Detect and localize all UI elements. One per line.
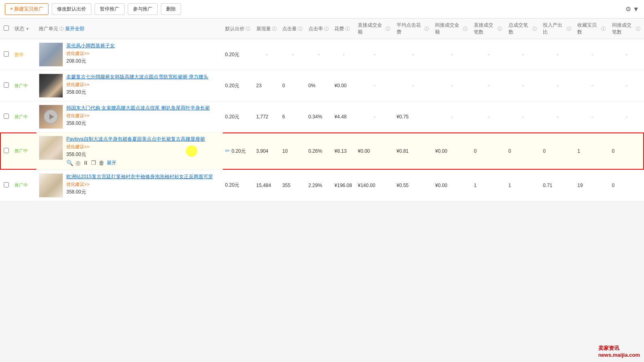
table-header-row: 状态 ▼ 推广单元 ⓘ 展开全部 默认出价 ⓘ — [0, 19, 644, 39]
row-indirect-count: 0 — [610, 133, 644, 170]
row-roi: 0.71 — [541, 170, 575, 201]
table-row: 推广中欧洲站2015复古宫廷灯笼袖衬衣中袖修身泡泡袖衬衫女正反两面可穿优化建议>… — [0, 170, 644, 201]
row-roi: - — [541, 39, 575, 70]
indirect-amount-info-icon[interactable]: ⓘ — [463, 26, 467, 32]
row-clicks: 0 — [280, 70, 306, 101]
row-status: 推广中 — [12, 101, 36, 133]
row-checkbox[interactable] — [4, 114, 9, 119]
optimize-link[interactable]: 优化建议>> — [66, 144, 220, 150]
new-promotion-button[interactable]: + 新建宝贝推广 — [5, 3, 49, 15]
row-clicks: 355 — [280, 170, 306, 201]
pause-promotion-button[interactable]: 暂停推广 — [95, 3, 125, 15]
row-indirect-amount: - — [433, 70, 471, 101]
spend-info-icon[interactable]: ⓘ — [345, 26, 350, 32]
product-info-container: 欧洲站2015复古宫廷灯笼袖衬衣中袖修身泡泡袖衬衫女正反两面可穿优化建议>>35… — [39, 173, 220, 198]
row-impressions: 15,484 — [254, 170, 280, 201]
row-indirect-amount: - — [433, 101, 471, 133]
product-info-container: 英伦风小脚西装裤子女优化建议>>208.00元 — [39, 42, 220, 67]
row-indirect-count: - — [610, 70, 644, 101]
search-icon[interactable]: 🔍 — [66, 160, 73, 166]
target-icon[interactable]: ◎ — [76, 160, 80, 166]
row-direct-amount: ¥0.00 — [355, 133, 394, 170]
row-total-count: - — [506, 39, 541, 70]
row-checkbox[interactable] — [4, 82, 9, 88]
product-price: 358.00元 — [66, 189, 220, 196]
product-image — [39, 42, 63, 67]
row-checkbox[interactable] — [4, 182, 9, 187]
product-title[interactable]: Pavlova自制大波点半身包裙春夏甜美点点中长裙复古高腰显瘦裙 — [66, 136, 205, 142]
direct-count-info-icon[interactable]: ⓘ — [498, 26, 502, 32]
row-avg-click-cost: - — [394, 39, 433, 70]
header-indirect-amount: 间接成交金额 ⓘ — [433, 19, 471, 39]
avg-cost-info-icon[interactable]: ⓘ — [424, 26, 429, 32]
header-ctr: 点击率 ⓘ — [306, 19, 332, 39]
header-impressions: 展现量 ⓘ — [254, 19, 280, 39]
play-button[interactable] — [44, 109, 58, 124]
delete-button[interactable]: 删除 — [161, 3, 181, 15]
status-sort-icon[interactable]: ▼ — [25, 27, 30, 31]
bid-info-icon[interactable]: ⓘ — [246, 26, 250, 32]
expand-row-button[interactable]: 展开 — [107, 160, 116, 166]
impressions-info-icon[interactable]: ⓘ — [272, 26, 277, 32]
join-promotion-button[interactable]: 参与推广 — [128, 3, 158, 15]
row-status: 推广中 — [12, 170, 36, 201]
roi-info-icon[interactable]: ⓘ — [567, 26, 571, 32]
main-table-wrapper: 状态 ▼ 推广单元 ⓘ 展开全部 默认出价 ⓘ — [0, 19, 644, 201]
promotions-table: 状态 ▼ 推广单元 ⓘ 展开全部 默认出价 ⓘ — [0, 19, 644, 201]
product-image — [39, 136, 63, 160]
product-text-info: 欧洲站2015复古宫廷灯笼袖衬衣中袖修身泡泡袖衬衫女正反两面可穿优化建议>>35… — [66, 173, 220, 196]
favorites-info-icon[interactable]: ⓘ — [601, 26, 606, 32]
expand-all-button[interactable]: 展开全部 — [65, 25, 84, 32]
row-total-count: 0 — [506, 133, 541, 170]
ctr-info-icon[interactable]: ⓘ — [324, 26, 329, 32]
row-direct-count: - — [471, 101, 506, 133]
row-spend: ¥8.13 — [332, 133, 355, 170]
product-price: 208.00元 — [66, 58, 220, 65]
table-row: 推广中名媛复古七分阔腿裤女韩版高腰大波点圆点雪纺宽松裙裤 弹力腰头优化建议>>3… — [0, 70, 644, 101]
row-checkbox[interactable] — [4, 51, 9, 57]
optimize-link[interactable]: 优化建议>> — [66, 181, 220, 187]
select-all-checkbox[interactable] — [4, 25, 9, 31]
row-favorites: - — [575, 101, 609, 133]
row-total-count: 1 — [506, 170, 541, 201]
header-direct-count: 直接成交笔数 ⓘ — [471, 19, 506, 39]
row-clicks: 10 — [280, 133, 306, 170]
table-body: 暂停英伦风小脚西装裤子女优化建议>>208.00元0.20元----------… — [0, 39, 644, 201]
row-checkbox[interactable] — [4, 148, 9, 153]
row-direct-count: 1 — [471, 170, 506, 201]
product-title[interactable]: 韩国东大门代购 女束腰高腰大圆点波点捏尾 喇叭鱼尾荷叶半身长裙 — [66, 105, 210, 111]
row-spend: - — [332, 39, 355, 70]
row-status: 暂停 — [12, 39, 36, 70]
product-title[interactable]: 英伦风小脚西装裤子女 — [66, 43, 115, 48]
edit-bid-icon[interactable]: ✏ — [225, 147, 232, 154]
row-impressions: 1,772 — [254, 101, 280, 133]
optimize-link[interactable]: 优化建议>> — [66, 82, 220, 88]
copy-icon[interactable]: ❐ — [91, 160, 96, 166]
gear-icon[interactable]: ⚙ ▼ — [625, 5, 639, 13]
header-direct-amount: 直接成交金额 ⓘ — [355, 19, 394, 39]
row-direct-amount: - — [355, 70, 394, 101]
edit-price-button[interactable]: 修改默认出价 — [52, 3, 91, 15]
header-roi: 投入产出比 ⓘ — [541, 19, 575, 39]
header-total-count: 总成交笔数 ⓘ — [506, 19, 541, 39]
optimize-link[interactable]: 优化建议>> — [66, 51, 220, 57]
row-clicks: 6 — [280, 101, 306, 133]
indirect-count-info-icon[interactable]: ⓘ — [636, 26, 640, 32]
row-favorites: 19 — [575, 170, 609, 201]
row-checkbox-cell — [0, 70, 12, 101]
row-product-cell: 韩国东大门代购 女束腰高腰大圆点波点捏尾 喇叭鱼尾荷叶半身长裙优化建议>>358… — [36, 101, 223, 133]
pause-icon[interactable]: ⏸ — [83, 160, 89, 166]
product-title[interactable]: 欧洲站2015复古宫廷灯笼袖衬衣中袖修身泡泡袖衬衫女正反两面可穿 — [66, 174, 213, 179]
product-info-container: 名媛复古七分阔腿裤女韩版高腰大波点圆点雪纺宽松裙裤 弹力腰头优化建议>>358.… — [39, 74, 220, 98]
table-row: 推广中韩国东大门代购 女束腰高腰大圆点波点捏尾 喇叭鱼尾荷叶半身长裙优化建议>>… — [0, 101, 644, 133]
clicks-info-icon[interactable]: ⓘ — [298, 26, 302, 32]
optimize-link[interactable]: 优化建议>> — [66, 113, 220, 119]
direct-amount-info-icon[interactable]: ⓘ — [386, 26, 390, 32]
unit-info-icon[interactable]: ⓘ — [59, 26, 64, 32]
delete-icon[interactable]: 🗑 — [99, 160, 104, 166]
row-default-bid: 0.20元 — [223, 39, 254, 70]
row-product-cell: Pavlova自制大波点半身包裙春夏甜美点点中长裙复古高腰显瘦裙优化建议>>35… — [36, 133, 223, 170]
product-title[interactable]: 名媛复古七分阔腿裤女韩版高腰大波点圆点雪纺宽松裙裤 弹力腰头 — [66, 74, 208, 80]
row-product-cell: 名媛复古七分阔腿裤女韩版高腰大波点圆点雪纺宽松裙裤 弹力腰头优化建议>>358.… — [36, 70, 223, 101]
total-count-info-icon[interactable]: ⓘ — [532, 26, 537, 32]
